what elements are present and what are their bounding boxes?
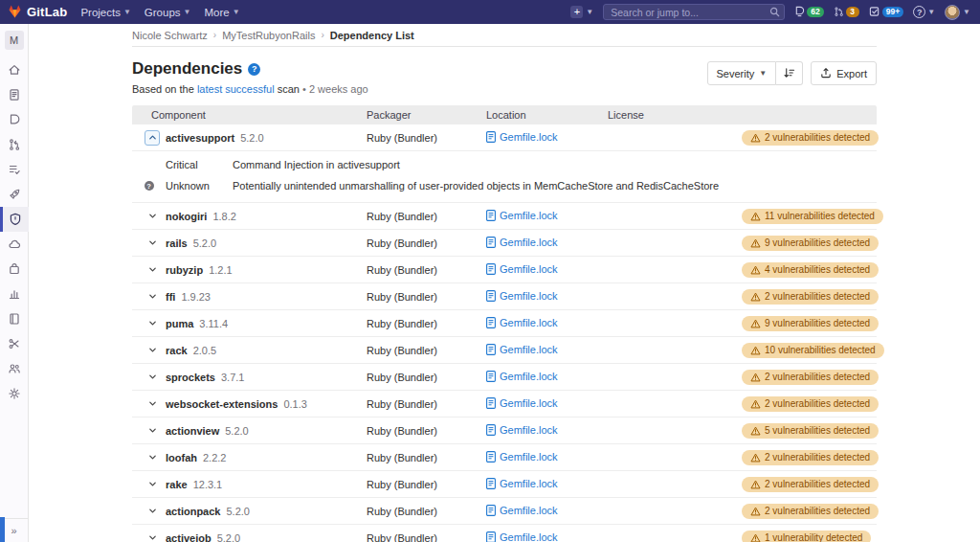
sidebar-item-members[interactable] [0, 356, 29, 381]
warning-icon [750, 346, 761, 355]
row-expand-toggle[interactable] [145, 396, 160, 412]
location-link[interactable]: Gemfile.lock [486, 531, 558, 542]
sidebar-item-settings[interactable] [0, 381, 29, 406]
sidebar-item-requirements[interactable] [0, 157, 29, 182]
row-expand-toggle[interactable] [145, 477, 160, 492]
vulnerability-badge[interactable]: 5 vulnerabilities detected [742, 423, 879, 439]
row-expand-toggle[interactable] [145, 370, 160, 385]
sidebar-item-repository[interactable] [0, 82, 29, 107]
packager-label: Ruby (Bundler) [367, 237, 437, 249]
sidebar-item-project-overview[interactable] [0, 57, 29, 82]
breadcrumb-project[interactable]: MyTestRubyonRails [222, 30, 315, 41]
vulnerability-badge[interactable]: 4 vulnerabilities detected [742, 262, 879, 278]
tanuki-icon [8, 5, 22, 20]
location-label: Gemfile.lock [500, 451, 558, 463]
row-expand-toggle[interactable] [145, 130, 160, 146]
badge-cell: 2 vulnerabilities detected [742, 504, 888, 519]
sidebar-item-snippets[interactable] [0, 331, 29, 356]
location-link[interactable]: Gemfile.lock [486, 451, 558, 463]
breadcrumb-user[interactable]: Nicole Schwartz [132, 30, 208, 41]
vulnerability-badge[interactable]: 2 vulnerabilities detected [742, 130, 879, 146]
vulnerability-badge-label: 10 vulnerabilities detected [765, 345, 876, 355]
row-expand-toggle[interactable] [145, 316, 160, 331]
dependency-name: puma [166, 318, 193, 329]
packager-label: Ruby (Bundler) [367, 345, 437, 356]
location-label: Gemfile.lock [500, 344, 558, 355]
vulnerability-badge[interactable]: 2 vulnerabilities detected [742, 370, 879, 385]
location-link[interactable]: Gemfile.lock [486, 344, 558, 355]
row-expand-toggle[interactable] [145, 209, 160, 224]
nav-menu-more[interactable]: More▼ [204, 7, 239, 18]
vulnerability-row[interactable]: ?UnknownPotentially unintended unmarshal… [132, 175, 877, 196]
location-link[interactable]: Gemfile.lock [486, 397, 558, 409]
search-input[interactable] [603, 4, 785, 20]
row-expand-toggle[interactable] [145, 450, 160, 465]
project-sidebar: M » [0, 24, 29, 542]
severity-filter-button[interactable]: Severity▼ [707, 61, 777, 85]
vulnerability-badge[interactable]: 2 vulnerabilities detected [742, 477, 879, 492]
sidebar-item-ci-cd[interactable] [0, 182, 29, 207]
row-expand-toggle[interactable] [145, 423, 160, 439]
vulnerability-badge[interactable]: 11 vulnerabilities detected [742, 209, 883, 224]
new-item-button[interactable]: + ▼ [570, 6, 593, 18]
vulnerability-badge[interactable]: 2 vulnerabilities detected [742, 396, 879, 412]
location-label: Gemfile.lock [500, 424, 558, 436]
gitlab-logo[interactable]: GitLab [8, 5, 67, 20]
help-menu[interactable]: ? ▼ [913, 6, 935, 18]
merge-requests-counter[interactable]: 3 [834, 6, 859, 19]
row-expand-toggle[interactable] [145, 236, 160, 251]
location-link[interactable]: Gemfile.lock [486, 290, 558, 302]
warning-icon [750, 238, 761, 248]
warning-icon [750, 373, 761, 382]
vulnerability-badge[interactable]: 2 vulnerabilities detected [742, 289, 879, 305]
nav-menu-projects[interactable]: Projects▼ [80, 7, 130, 18]
location-link[interactable]: Gemfile.lock [486, 371, 558, 382]
sidebar-item-wiki[interactable] [0, 306, 29, 331]
dependency-version: 3.7.1 [221, 372, 244, 383]
row-expand-toggle[interactable] [145, 289, 160, 305]
component-cell: sprockets3.7.1 [132, 370, 367, 385]
latest-scan-link[interactable]: latest successful [197, 83, 275, 95]
sidebar-item-packages[interactable] [0, 257, 29, 282]
todos-counter[interactable]: 99+ [869, 6, 903, 19]
global-search[interactable] [603, 4, 785, 20]
row-expand-toggle[interactable] [145, 343, 160, 358]
sidebar-item-analytics[interactable] [0, 282, 29, 306]
packager-cell: Ruby (Bundler) [367, 479, 486, 490]
row-expand-toggle[interactable] [145, 262, 160, 278]
location-link[interactable]: Gemfile.lock [486, 505, 558, 516]
sidebar-item-security-and-compliance[interactable] [0, 207, 29, 232]
user-menu[interactable]: ▼ [945, 5, 970, 20]
vulnerability-badge-label: 2 vulnerabilities detected [765, 372, 870, 382]
vulnerability-badge[interactable]: 2 vulnerabilities detected [742, 504, 879, 519]
dependency-version: 5.2.0 [193, 237, 216, 249]
warning-icon [750, 480, 761, 489]
project-avatar[interactable]: M [5, 31, 24, 50]
sidebar-item-operations[interactable] [0, 232, 29, 257]
vulnerability-badge[interactable]: 9 vulnerabilities detected [742, 316, 879, 331]
export-button[interactable]: Export [811, 61, 877, 85]
dependencies-help-icon[interactable]: ? [248, 63, 260, 76]
sidebar-item-issues[interactable] [0, 107, 29, 132]
vulnerability-badge[interactable]: 9 vulnerabilities detected [742, 236, 879, 251]
vulnerability-row[interactable]: CriticalCommand Injection in activesuppo… [132, 154, 877, 175]
location-link[interactable]: Gemfile.lock [486, 131, 558, 143]
nav-menu-groups[interactable]: Groups▼ [145, 7, 191, 18]
vulnerability-badge[interactable]: 1 vulnerability detected [742, 531, 871, 542]
location-cell: Gemfile.lock [486, 263, 608, 277]
issues-counter[interactable]: 62 [794, 6, 823, 19]
vulnerability-badge[interactable]: 10 vulnerabilities detected [742, 343, 884, 358]
vulnerability-description: Command Injection in activesupport [233, 159, 877, 170]
location-link[interactable]: Gemfile.lock [486, 317, 558, 328]
sidebar-item-merge-requests[interactable] [0, 132, 29, 157]
row-expand-toggle[interactable] [145, 504, 160, 519]
rocket-icon [8, 188, 21, 201]
location-link[interactable]: Gemfile.lock [486, 237, 558, 248]
row-expand-toggle[interactable] [145, 531, 160, 542]
location-link[interactable]: Gemfile.lock [486, 210, 558, 221]
vulnerability-badge[interactable]: 2 vulnerabilities detected [742, 450, 879, 465]
location-link[interactable]: Gemfile.lock [486, 478, 558, 489]
sort-direction-button[interactable] [776, 61, 803, 85]
location-link[interactable]: Gemfile.lock [486, 263, 558, 275]
location-link[interactable]: Gemfile.lock [486, 424, 558, 436]
